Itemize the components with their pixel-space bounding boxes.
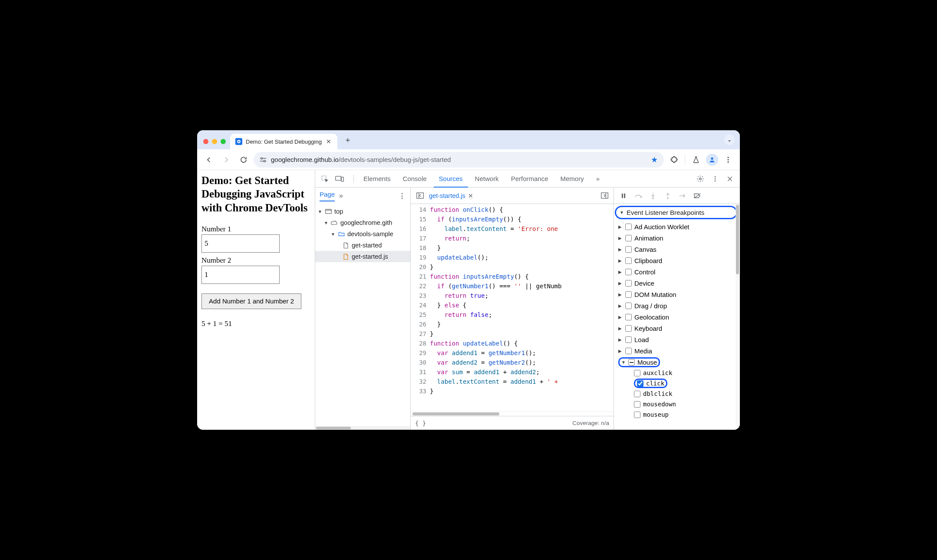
category-row[interactable]: Device — [616, 277, 739, 289]
category-checkbox[interactable] — [625, 257, 632, 264]
category-row[interactable]: Media — [616, 345, 739, 356]
devtools-menu-icon[interactable] — [709, 172, 722, 185]
category-row[interactable]: Control — [616, 266, 739, 277]
toggle-nav-icon[interactable] — [414, 190, 426, 201]
category-checkbox[interactable] — [625, 348, 632, 354]
event-checkbox[interactable] — [634, 412, 640, 418]
category-row[interactable]: Animation — [616, 232, 739, 244]
event-listener-breakpoints-header[interactable]: Event Listener Breakpoints — [615, 206, 737, 219]
inspect-element-icon[interactable] — [319, 173, 331, 185]
event-row[interactable]: click — [616, 378, 739, 389]
editor-file-tab[interactable]: get-started.js ✕ — [429, 192, 473, 199]
tree-file-js[interactable]: get-started.js — [315, 251, 410, 262]
browser-menu-icon[interactable] — [721, 152, 736, 167]
category-checkbox[interactable] — [625, 314, 632, 320]
tab-network[interactable]: Network — [470, 170, 504, 188]
category-row[interactable]: DOM Mutation — [616, 289, 739, 300]
deactivate-breakpoints-icon[interactable] — [691, 190, 703, 202]
input-number-1[interactable] — [201, 234, 280, 253]
tabs-more-icon[interactable]: » — [591, 170, 605, 188]
category-row[interactable]: Clipboard — [616, 255, 739, 266]
tab-close-icon[interactable]: ✕ — [325, 138, 332, 145]
devtools-close-icon[interactable] — [723, 172, 736, 185]
event-row[interactable]: dblclick — [616, 389, 739, 399]
tree-file-html[interactable]: get-started — [315, 240, 410, 251]
category-checkbox[interactable] — [625, 224, 632, 230]
navigator-subtab-more-icon[interactable]: » — [339, 192, 343, 200]
new-tab-button[interactable]: ＋ — [342, 134, 354, 146]
back-button[interactable] — [201, 152, 216, 167]
bookmark-star-icon[interactable]: ★ — [651, 155, 658, 165]
svg-point-16 — [715, 180, 716, 181]
navigator-subtab-page[interactable]: Page — [320, 191, 335, 201]
add-button[interactable]: Add Number 1 and Number 2 — [201, 293, 301, 309]
tabs-overflow-icon[interactable]: ⌄ — [724, 135, 735, 145]
svg-point-13 — [699, 178, 702, 180]
category-row[interactable]: Drag / drop — [616, 300, 739, 311]
code-editor[interactable]: 1415161718192021222324252627282930313233… — [411, 204, 614, 412]
site-settings-icon[interactable] — [260, 157, 267, 163]
tab-sources[interactable]: Sources — [434, 170, 468, 188]
device-toggle-icon[interactable] — [333, 173, 346, 185]
tree-folder[interactable]: devtools-sample — [315, 228, 410, 240]
tab-console[interactable]: Console — [398, 170, 432, 188]
category-row[interactable]: Mouse — [616, 356, 739, 368]
step-out-icon[interactable] — [662, 190, 674, 202]
file-tree[interactable]: top googlechrome.gith devtools-sample — [315, 204, 410, 426]
editor-tab-close-icon[interactable]: ✕ — [468, 192, 473, 199]
tree-top[interactable]: top — [315, 206, 410, 217]
debugger-vscrollbar[interactable] — [736, 204, 740, 430]
tab-memory[interactable]: Memory — [555, 170, 589, 188]
extensions-icon[interactable] — [666, 152, 681, 167]
labs-icon[interactable] — [689, 152, 703, 167]
category-checkbox[interactable] — [625, 246, 632, 253]
checkbox-indeterminate-icon[interactable] — [628, 359, 635, 366]
pretty-print-icon[interactable]: { } — [415, 420, 426, 427]
tab-performance[interactable]: Performance — [506, 170, 554, 188]
navigator-hscrollbar[interactable] — [315, 426, 410, 430]
event-checkbox[interactable] — [634, 391, 640, 397]
category-row[interactable]: Keyboard — [616, 323, 739, 334]
pause-icon[interactable] — [617, 190, 630, 202]
category-checkbox[interactable] — [625, 235, 632, 241]
window-zoom-icon[interactable] — [221, 139, 226, 144]
step-icon[interactable] — [676, 190, 689, 202]
toggle-debugger-icon[interactable] — [599, 190, 610, 201]
step-over-icon[interactable] — [632, 190, 644, 202]
event-row[interactable]: mousedown — [616, 399, 739, 409]
devtools-settings-icon[interactable] — [694, 172, 707, 185]
navigator-menu-icon[interactable]: ⋮ — [399, 192, 406, 200]
category-row[interactable]: Geolocation — [616, 311, 739, 323]
category-checkbox[interactable] — [625, 325, 632, 332]
address-bar[interactable]: googlechrome.github.io/devtools-samples/… — [254, 152, 664, 168]
browser-tab[interactable]: Demo: Get Started Debugging ✕ — [230, 134, 337, 149]
category-row[interactable]: Ad Auction Worklet — [616, 221, 739, 232]
window-close-icon[interactable] — [203, 139, 208, 144]
input-number-2[interactable] — [201, 266, 280, 284]
step-into-icon[interactable] — [647, 190, 659, 202]
category-checkbox[interactable] — [625, 280, 632, 287]
breakpoint-category-list[interactable]: Ad Auction WorkletAnimationCanvasClipboa… — [614, 220, 740, 430]
category-label: Canvas — [634, 246, 657, 253]
category-checkbox[interactable] — [625, 303, 632, 309]
event-checkbox[interactable] — [634, 401, 640, 408]
window-minimize-icon[interactable] — [212, 139, 217, 144]
category-row[interactable]: Load — [616, 334, 739, 345]
event-row[interactable]: mouseup — [616, 409, 739, 420]
svg-rect-21 — [601, 193, 608, 198]
forward-button[interactable] — [219, 152, 234, 167]
category-checkbox[interactable] — [625, 269, 632, 275]
tab-elements[interactable]: Elements — [358, 170, 396, 188]
event-row[interactable]: auxclick — [616, 368, 739, 378]
event-checkbox[interactable] — [637, 380, 643, 387]
tree-domain[interactable]: googlechrome.gith — [315, 217, 410, 228]
editor-hscrollbar[interactable] — [411, 412, 614, 416]
svg-point-27 — [667, 198, 668, 198]
profile-avatar-icon[interactable] — [706, 154, 718, 166]
event-checkbox[interactable] — [634, 370, 640, 376]
category-row[interactable]: Canvas — [616, 244, 739, 255]
rendered-page: Demo: Get Started Debugging JavaScript w… — [197, 170, 315, 430]
category-checkbox[interactable] — [625, 291, 632, 298]
reload-button[interactable] — [236, 152, 251, 167]
category-checkbox[interactable] — [625, 336, 632, 343]
